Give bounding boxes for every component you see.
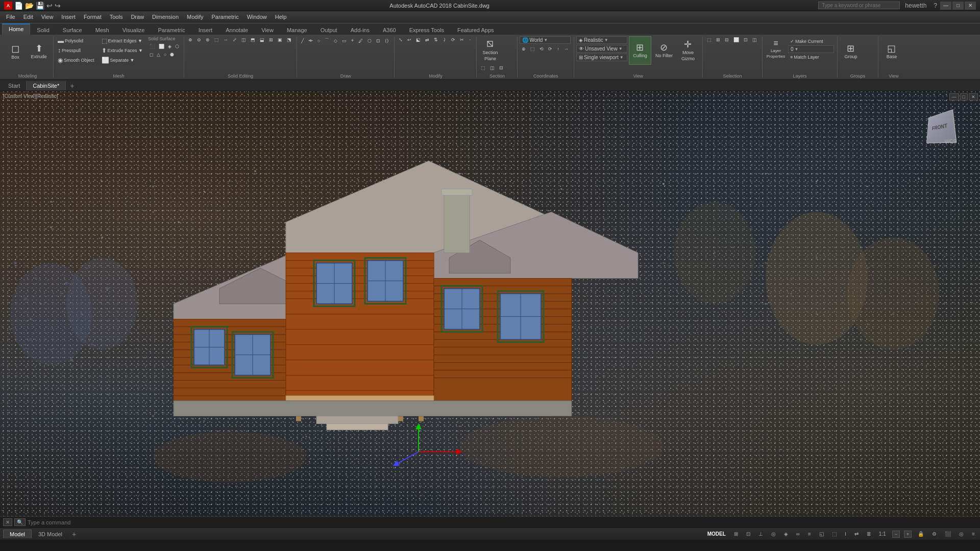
tab-addins[interactable]: Add-ins [344, 24, 376, 35]
tab-a360[interactable]: A360 [376, 24, 403, 35]
draw6[interactable]: ▭ [340, 36, 349, 45]
tab-insert[interactable]: Insert [192, 24, 219, 35]
coord-btn1[interactable]: ⊕ [520, 45, 528, 53]
solid-edit6[interactable]: ⤢ [231, 36, 239, 43]
draw11[interactable]: ⟨⟩ [383, 36, 391, 45]
viewport-max-btn[interactable]: □ [960, 93, 968, 101]
coord-btn2[interactable]: ⬚ [528, 45, 537, 53]
tab-parametric[interactable]: Parametric [151, 24, 191, 35]
hardware-icon[interactable]: ⬛ [943, 531, 953, 537]
workspace-icon[interactable]: ≡ [970, 531, 977, 537]
menu-insert[interactable]: Insert [57, 13, 80, 21]
solid-edit4[interactable]: ⬚ [212, 36, 221, 43]
canvas-area[interactable]: [Custom View][Realistic] FRONT WCS — □ ✕ [0, 91, 980, 516]
modify3[interactable]: ⬕ [414, 36, 423, 43]
sel-btn4[interactable]: ⬜ [731, 36, 741, 43]
separate-button[interactable]: ⬜ Separate ▼ [100, 56, 145, 65]
undo-icon[interactable]: ↩ [46, 2, 53, 10]
tab-solid[interactable]: Solid [30, 24, 56, 35]
modify6[interactable]: ⤸ [440, 36, 449, 43]
sel-btn1[interactable]: ⬚ [705, 36, 714, 43]
tool6-button[interactable]: △ [155, 51, 162, 58]
tab-express[interactable]: Express Tools [403, 24, 451, 35]
solid-edit5[interactable]: ↔ [222, 36, 230, 43]
tab-manage[interactable]: Manage [280, 24, 314, 35]
viewport-close-btn[interactable]: ✕ [969, 93, 978, 101]
tab-surface[interactable]: Surface [56, 24, 89, 35]
minimize-button[interactable]: — [940, 2, 951, 10]
menu-edit[interactable]: Edit [19, 13, 37, 21]
command-search-btn[interactable]: 🔍 [14, 518, 26, 526]
tab-visualize[interactable]: Visualize [116, 24, 152, 35]
tab-cabinsite[interactable]: CabinSite* [27, 81, 66, 90]
new-icon[interactable]: 📄 [14, 2, 23, 10]
extrude-button[interactable]: ⬆ Extrude [28, 36, 50, 67]
extrude-faces-button[interactable]: ⬆ Extrude Faces ▼ [100, 46, 145, 55]
tool3-button[interactable]: ◈ [166, 43, 173, 50]
move-gizmo-button[interactable]: ✛ Move Gizmo [677, 36, 699, 65]
modify1[interactable]: ⤡ [397, 36, 405, 43]
search-input[interactable] [818, 2, 900, 9]
coord-btn5[interactable]: ↑ [555, 45, 561, 53]
layer-num-dropdown[interactable]: 0 ▼ [788, 45, 834, 53]
coord-btn3[interactable]: ⟲ [537, 45, 546, 53]
solid-edit12[interactable]: ⬔ [285, 36, 293, 43]
lock-icon[interactable]: 🔒 [916, 531, 926, 537]
solid-edit11[interactable]: ▣ [276, 36, 284, 43]
section-plane-button[interactable]: ⧅ Section Plane [479, 36, 501, 63]
tab-annotate[interactable]: Annotate [219, 24, 255, 35]
tab-start[interactable]: Start [2, 81, 27, 90]
model-tab-3d[interactable]: 3D Model [32, 530, 69, 538]
make-current-button[interactable]: ✓ Make Current [788, 38, 834, 45]
draw5[interactable]: ◇ [332, 36, 339, 45]
solid-edit2[interactable]: ⊖ [195, 36, 203, 43]
selection-icon[interactable]: ⬚ [830, 531, 839, 537]
layer-properties-button[interactable]: ≡ Layer Properties [765, 36, 787, 62]
menu-tools[interactable]: Tools [106, 13, 127, 21]
model-tab-model[interactable]: Model [3, 530, 32, 538]
otrack-icon[interactable]: ∞ [794, 531, 802, 537]
draw8[interactable]: 🖊 [356, 36, 365, 45]
polar-icon[interactable]: ◎ [769, 531, 778, 537]
menu-help[interactable]: Help [271, 13, 291, 21]
tool4-button[interactable]: ⬡ [174, 43, 181, 50]
tool5-button[interactable]: ◻ [148, 51, 155, 58]
command-input[interactable] [28, 519, 977, 525]
coord-btn6[interactable]: → [562, 45, 571, 53]
tab-home[interactable]: Home [2, 23, 30, 35]
props-icon[interactable]: ≣ [865, 531, 873, 537]
tab-view[interactable]: View [255, 24, 280, 35]
tool7-button[interactable]: ○ [162, 51, 168, 58]
menu-modify[interactable]: Modify [183, 13, 207, 21]
extract-edges-button[interactable]: ⬚ Extract Edges ▼ [100, 36, 145, 45]
ortho-icon[interactable]: ⊥ [756, 531, 765, 537]
grid-icon[interactable]: ⊞ [732, 531, 740, 537]
modify4[interactable]: ⇄ [423, 36, 431, 43]
base-button[interactable]: ◱ Base [880, 36, 903, 67]
maximize-button[interactable]: □ [952, 2, 964, 10]
section-btn1[interactable]: ⬚ [479, 64, 487, 71]
solid-edit10[interactable]: ⊞ [267, 36, 275, 43]
smooth-object-button[interactable]: ◉ Smooth Object [56, 56, 96, 65]
redo-icon[interactable]: ↪ [55, 2, 61, 10]
view-sync-icon[interactable]: ⇄ [852, 531, 861, 537]
view-dropdown[interactable]: 👁 Unsaved View ▼ [576, 45, 627, 53]
visual-style-dropdown[interactable]: ◈ Realistic ▼ [576, 36, 627, 44]
tab-output[interactable]: Output [314, 24, 344, 35]
sel-btn5[interactable]: ⊡ [742, 36, 750, 43]
tab-mesh[interactable]: Mesh [89, 24, 116, 35]
save-icon[interactable]: 💾 [36, 2, 44, 10]
snap-icon[interactable]: ⊡ [744, 531, 752, 537]
close-button[interactable]: ✕ [965, 2, 976, 10]
menu-parametric[interactable]: Parametric [207, 13, 242, 21]
no-filter-button[interactable]: ⊘ No Filter [653, 36, 675, 65]
solid-edit7[interactable]: ◫ [239, 36, 248, 43]
modify9[interactable]: ⬞ [467, 36, 473, 43]
tool1-button[interactable]: ⬛ [148, 43, 157, 50]
tool8-button[interactable]: ⬣ [168, 51, 176, 58]
culling-button[interactable]: ⊞ Culling [629, 36, 651, 65]
solid-edit1[interactable]: ⊕ [186, 36, 194, 43]
transparency-icon[interactable]: ◱ [817, 531, 826, 537]
draw2[interactable]: ⬲ [306, 36, 315, 45]
menu-file[interactable]: File [2, 13, 19, 21]
